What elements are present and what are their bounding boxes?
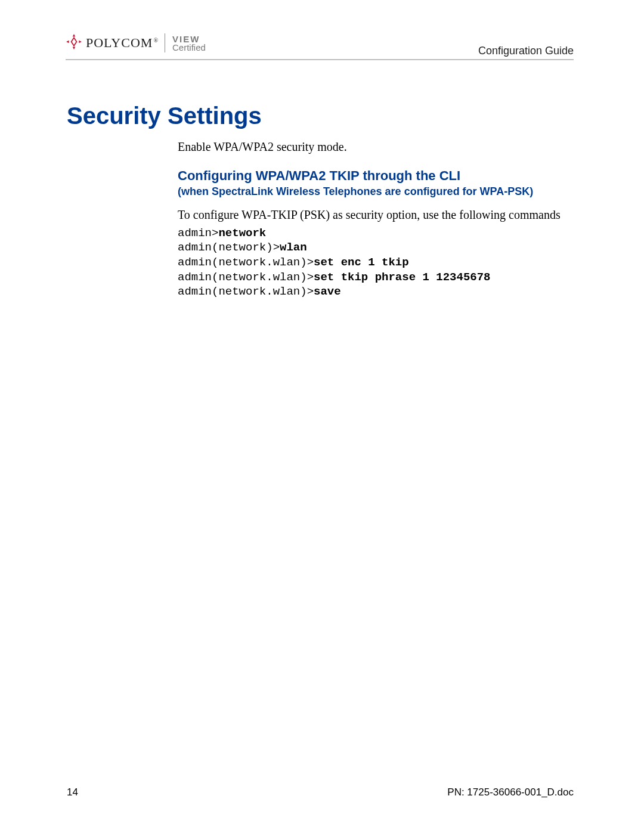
svg-marker-3 <box>79 41 81 43</box>
command-prompt: admin> <box>178 227 218 240</box>
page-number: 14 <box>67 786 78 798</box>
polycom-logo-icon <box>66 33 82 52</box>
command-line: admin(network.wlan)>set tkip phrase 1 12… <box>178 270 574 285</box>
svg-marker-2 <box>66 41 69 43</box>
page-footer: 14 PN: 1725-36066-001_D.doc <box>67 786 574 798</box>
body-text: Enable WPA/WPA2 security mode. Configuri… <box>178 140 574 299</box>
instruction-paragraph: To configure WPA-TKIP (PSK) as security … <box>178 207 574 222</box>
intro-paragraph: Enable WPA/WPA2 security mode. <box>178 140 574 154</box>
command-bold: network <box>218 227 266 240</box>
brand-divider <box>165 33 165 52</box>
command-line: admin(network.wlan)>set enc 1 tkip <box>178 255 574 270</box>
command-bold: wlan <box>280 241 307 254</box>
command-prompt: admin(network.wlan)> <box>178 256 314 269</box>
subheading: Configuring WPA/WPA2 TKIP through the CL… <box>178 168 574 184</box>
brand-name-text: POLYCOM <box>86 35 153 50</box>
header-right-text: Configuration Guide <box>478 45 574 57</box>
brand-block: POLYCOM® VIEW Certified <box>66 33 206 52</box>
command-line: admin(network.wlan)>save <box>178 284 574 299</box>
page: POLYCOM® VIEW Certified Configuration Gu… <box>0 0 644 833</box>
command-bold: save <box>314 285 341 298</box>
part-number: PN: 1725-36066-001_D.doc <box>447 786 574 798</box>
command-bold: set tkip phrase 1 12345678 <box>314 271 490 284</box>
content-area: Security Settings Enable WPA/WPA2 securi… <box>67 103 574 299</box>
command-line: admin(network)>wlan <box>178 240 574 255</box>
brand-name: POLYCOM® <box>86 35 159 51</box>
command-block: admin>network admin(network)>wlan admin(… <box>178 226 574 299</box>
view-certified-badge: VIEW Certified <box>172 35 206 52</box>
command-prompt: admin(network)> <box>178 241 280 254</box>
command-prompt: admin(network.wlan)> <box>178 285 314 298</box>
svg-marker-0 <box>73 34 75 36</box>
page-header: POLYCOM® VIEW Certified Configuration Gu… <box>66 29 574 57</box>
command-bold: set enc 1 tkip <box>314 256 409 269</box>
page-title: Security Settings <box>67 103 574 129</box>
command-line: admin>network <box>178 226 574 241</box>
header-rule <box>66 59 574 60</box>
registered-mark: ® <box>153 37 159 44</box>
svg-marker-4 <box>72 38 77 45</box>
command-prompt: admin(network.wlan)> <box>178 271 314 284</box>
svg-marker-1 <box>73 47 75 49</box>
subheading-note: (when SpectraLink Wireless Telephones ar… <box>178 185 574 199</box>
view-line2: Certified <box>172 43 206 52</box>
